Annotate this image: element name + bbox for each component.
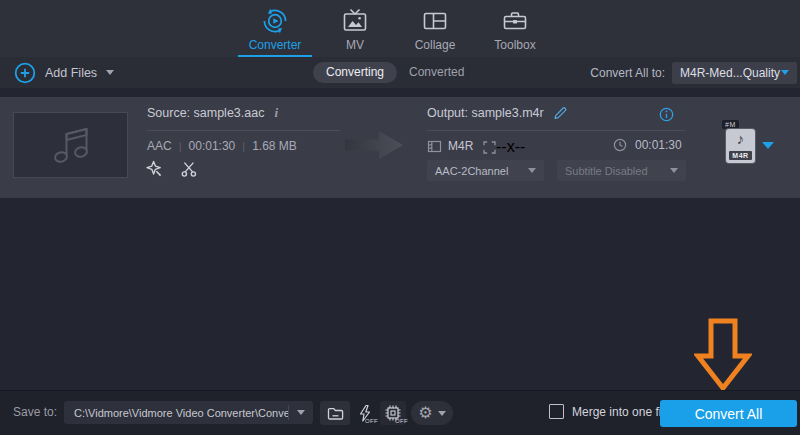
convert-all-to-group: Convert All to: M4R-Med...Quality — [590, 57, 797, 88]
profile-caret-icon — [781, 70, 789, 75]
source-format: AAC — [147, 139, 172, 153]
convert-all-button[interactable]: Convert All — [660, 400, 797, 427]
output-profile-dropdown[interactable]: M4R-Med...Quality — [672, 62, 797, 84]
source-line: Source: sample3.aac i — [147, 105, 278, 121]
add-files-plus-icon — [14, 62, 36, 84]
output-divider — [427, 130, 685, 131]
folder-icon — [327, 406, 344, 421]
tab-toolbox-label: Toolbox — [494, 38, 535, 52]
convert-all-to-label: Convert All to: — [590, 66, 665, 80]
clock-icon — [613, 138, 627, 152]
audio-track-value: AAC-2Channel — [435, 165, 508, 177]
add-files-caret-icon — [106, 70, 114, 75]
hardware-acceleration-button[interactable]: OFF — [352, 401, 376, 425]
settings-caret-icon — [438, 411, 446, 416]
open-folder-button[interactable] — [320, 401, 350, 425]
source-filename: Source: sample3.aac — [147, 106, 264, 120]
tab-converted[interactable]: Converted — [409, 57, 464, 88]
converter-sync-play-icon — [261, 6, 289, 36]
tab-collage[interactable]: Collage — [395, 0, 475, 57]
source-size: 1.68 MB — [252, 139, 297, 153]
source-duration: 00:01:30 — [189, 139, 236, 153]
output-format-value: M4R — [448, 139, 473, 153]
source-divider — [147, 130, 340, 131]
tab-collage-label: Collage — [415, 38, 456, 52]
tab-mv-label: MV — [346, 38, 364, 52]
chip-off-label: OFF — [395, 418, 408, 424]
output-duration-value: 00:01:30 — [635, 138, 682, 152]
film-icon — [427, 139, 442, 154]
music-note-icon — [45, 121, 97, 169]
output-profile-value: M4R-Med...Quality — [680, 66, 780, 80]
file-icon-note-glyph: ♪ — [726, 130, 755, 147]
merge-option[interactable]: Merge into one file — [549, 404, 671, 419]
add-files-label: Add Files — [45, 66, 97, 80]
source-meta: AAC | 00:01:30 | 1.68 MB — [147, 139, 297, 153]
bolt-off-label: OFF — [365, 418, 378, 424]
subtitle-dropdown[interactable]: Subtitle Disabled — [557, 160, 686, 181]
output-format-group: M4R — [427, 138, 473, 154]
tab-mv[interactable]: MV — [315, 0, 395, 57]
toolbox-briefcase-icon — [501, 6, 529, 36]
path-field-divider — [288, 405, 289, 420]
gear-icon: ⚙ — [418, 405, 432, 421]
rename-pencil-icon[interactable] — [553, 105, 568, 120]
output-resolution-value: --x-- — [496, 138, 525, 156]
meta-separator: | — [242, 140, 245, 152]
subtitle-value: Subtitle Disabled — [565, 165, 648, 177]
save-path-caret-icon[interactable] — [297, 410, 305, 415]
resolution-expand-icon — [483, 141, 496, 154]
secondary-toolbar: Add Files Converting Converted Convert A… — [0, 57, 800, 88]
output-duration-group: 00:01:30 — [613, 138, 682, 152]
audio-track-caret-icon — [528, 168, 536, 173]
gpu-acceleration-button[interactable]: OFF — [380, 401, 406, 425]
edit-tools — [144, 159, 199, 179]
output-line: Output: sample3.m4r — [427, 105, 568, 120]
tab-converter[interactable]: Converter — [235, 0, 315, 57]
save-path-value: C:\Vidmore\Vidmore Video Converter\Conve… — [64, 407, 288, 419]
source-info-icon[interactable]: i — [274, 105, 278, 121]
tab-converting[interactable]: Converting — [313, 62, 397, 83]
mv-tv-icon — [341, 6, 369, 36]
add-files-button[interactable]: Add Files — [14, 57, 114, 88]
cut-scissors-icon[interactable] — [179, 159, 199, 179]
output-info-icon[interactable] — [659, 107, 674, 122]
output-filename: Output: sample3.m4r — [427, 106, 544, 120]
meta-separator: | — [179, 140, 182, 152]
content-area: Source: sample3.aac i AAC | 00:01:30 | 1… — [0, 88, 800, 390]
save-path-field[interactable]: C:\Vidmore\Vidmore Video Converter\Conve… — [64, 401, 313, 424]
effects-wand-icon[interactable] — [144, 159, 164, 179]
main-nav-tabs: Converter MV — [235, 0, 555, 57]
media-file-row: Source: sample3.aac i AAC | 00:01:30 | 1… — [0, 97, 800, 198]
audio-thumbnail — [13, 112, 128, 178]
settings-button[interactable]: ⚙ — [411, 401, 453, 425]
bottom-bar: Save to: C:\Vidmore\Vidmore Video Conver… — [0, 390, 800, 435]
app-window: Converter MV — [0, 0, 800, 435]
save-to-label: Save to: — [13, 405, 57, 419]
main-nav-bar: Converter MV — [0, 0, 800, 57]
subtitle-caret-icon — [670, 168, 678, 173]
source-to-output-arrow-icon — [345, 130, 405, 164]
tab-toolbox[interactable]: Toolbox — [475, 0, 555, 57]
merge-label: Merge into one file — [572, 405, 671, 419]
format-caret-icon[interactable] — [762, 142, 774, 149]
audio-track-dropdown[interactable]: AAC-2Channel — [427, 160, 544, 181]
output-format-file-icon[interactable]: ♪ M4R — [726, 129, 755, 163]
format-tooltip-tag: #M — [722, 120, 739, 129]
tab-converter-label: Converter — [249, 38, 302, 52]
merge-checkbox[interactable] — [549, 404, 564, 419]
file-icon-format-badge: M4R — [729, 151, 752, 160]
output-resolution-group: --x-- — [483, 138, 525, 156]
annotation-arrow-down — [694, 318, 752, 396]
collage-grid-icon — [421, 6, 449, 36]
